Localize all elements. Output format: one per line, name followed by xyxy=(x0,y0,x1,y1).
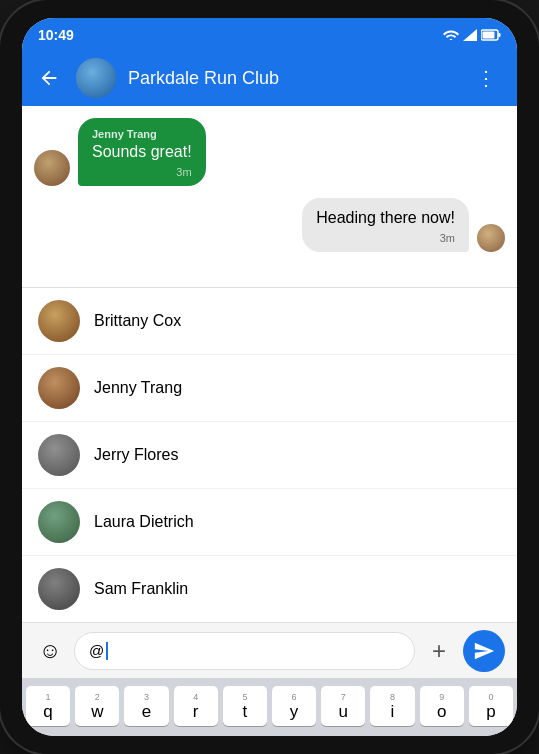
brittany-name: Brittany Cox xyxy=(94,312,181,330)
app-bar-title: Parkdale Run Club xyxy=(128,68,456,89)
jerry-avatar xyxy=(38,434,80,476)
more-menu-button[interactable]: ⋮ xyxy=(468,62,505,94)
outgoing-time: 3m xyxy=(440,232,455,244)
emoji-button[interactable]: ☺ xyxy=(34,635,66,667)
battery-icon xyxy=(481,29,501,41)
key-e[interactable]: 3 e xyxy=(124,686,168,726)
chat-area: Jenny Trang Sounds great! 3m Heading the… xyxy=(22,106,517,287)
app-bar: Parkdale Run Club ⋮ xyxy=(22,50,517,106)
key-t[interactable]: 5 t xyxy=(223,686,267,726)
sam-name: Sam Franklin xyxy=(94,580,188,598)
text-cursor xyxy=(106,642,108,660)
keyboard-row-1: 1 q 2 w 3 e 4 r 5 t xyxy=(26,686,513,726)
sam-avatar xyxy=(38,568,80,610)
add-icon: + xyxy=(432,637,446,665)
outgoing-avatar xyxy=(477,224,505,252)
key-w[interactable]: 2 w xyxy=(75,686,119,726)
wifi-icon xyxy=(443,29,459,41)
status-bar: 10:49 xyxy=(22,18,517,50)
back-button[interactable] xyxy=(34,63,64,93)
status-icons xyxy=(443,29,501,41)
laura-name: Laura Dietrich xyxy=(94,513,194,531)
mention-item-brittany[interactable]: Brittany Cox xyxy=(22,288,517,355)
brittany-avatar xyxy=(38,300,80,342)
status-time: 10:49 xyxy=(38,27,74,43)
signal-icon xyxy=(463,29,477,41)
jerry-name: Jerry Flores xyxy=(94,446,178,464)
mention-item-sam[interactable]: Sam Franklin xyxy=(22,556,517,622)
svg-marker-0 xyxy=(463,29,477,41)
mention-item-jerry[interactable]: Jerry Flores xyxy=(22,422,517,489)
jenny-mention-avatar xyxy=(38,367,80,409)
bubble-text: Sounds great! xyxy=(92,142,192,163)
text-input[interactable]: @ xyxy=(74,632,415,670)
send-button[interactable] xyxy=(463,630,505,672)
key-y[interactable]: 6 y xyxy=(272,686,316,726)
key-u[interactable]: 7 u xyxy=(321,686,365,726)
key-q[interactable]: 1 q xyxy=(26,686,70,726)
svg-rect-3 xyxy=(499,33,501,37)
add-button[interactable]: + xyxy=(423,635,455,667)
bubble-time: 3m xyxy=(92,166,192,178)
svg-rect-2 xyxy=(483,32,495,39)
emoji-icon: ☺ xyxy=(39,638,61,664)
jenny-avatar xyxy=(34,150,70,186)
message-row-outgoing: Heading there now! 3m xyxy=(22,194,517,256)
mention-item-jenny[interactable]: Jenny Trang xyxy=(22,355,517,422)
incoming-bubble: Jenny Trang Sounds great! 3m xyxy=(78,118,206,186)
bubble-sender: Jenny Trang xyxy=(92,128,192,140)
input-bar: ☺ @ + xyxy=(22,622,517,678)
message-row-incoming: Jenny Trang Sounds great! 3m xyxy=(22,114,517,190)
keyboard: 1 q 2 w 3 e 4 r 5 t xyxy=(22,678,517,736)
jenny-mention-name: Jenny Trang xyxy=(94,379,182,397)
laura-avatar xyxy=(38,501,80,543)
at-sign: @ xyxy=(89,642,104,659)
phone-screen: 10:49 xyxy=(22,18,517,736)
key-o[interactable]: 9 o xyxy=(420,686,464,726)
outgoing-bubble: Heading there now! 3m xyxy=(302,198,469,252)
group-avatar xyxy=(76,58,116,98)
send-icon xyxy=(473,640,495,662)
mention-item-laura[interactable]: Laura Dietrich xyxy=(22,489,517,556)
key-r[interactable]: 4 r xyxy=(174,686,218,726)
outgoing-text: Heading there now! xyxy=(316,208,455,229)
key-p[interactable]: 0 p xyxy=(469,686,513,726)
phone-frame: 10:49 xyxy=(0,0,539,754)
key-i[interactable]: 8 i xyxy=(370,686,414,726)
outgoing-time-row: 3m xyxy=(316,232,455,244)
mention-list: Brittany Cox Jenny Trang Jerry Flores La… xyxy=(22,287,517,622)
